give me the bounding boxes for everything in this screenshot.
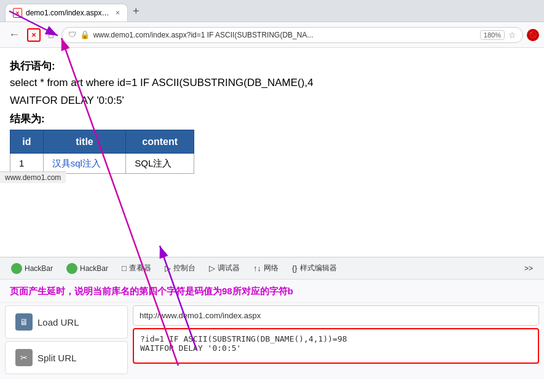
split-url-button[interactable]: ✂ Split URL: [5, 341, 128, 374]
new-tab-button[interactable]: +: [128, 2, 144, 20]
cell-title: 汉具sql注入: [43, 154, 126, 174]
devtools-hackbar1[interactable]: HackBar: [5, 261, 59, 276]
devtools-network-label: 网络: [264, 263, 278, 273]
zoom-level: 180%: [480, 30, 505, 40]
lock-icon: 🔒: [80, 30, 90, 39]
sql-line2: WAITFOR DELAY '0:0:5': [10, 92, 534, 109]
devtools-debugger-label: 调试器: [218, 263, 240, 273]
col-id: id: [10, 130, 44, 154]
tab-title: demo1.com/index.aspx?id=1: [26, 9, 112, 17]
tab-bar: × demo1.com/index.aspx?id=1 × +: [0, 0, 544, 22]
nav-bar: ← × ⌂ 🛡 🔒 www.demo1.com/index.aspx?id=1 …: [0, 22, 544, 48]
network-icon: ↑↓: [253, 264, 261, 273]
devtools-hackbar2-label: HackBar: [80, 264, 108, 273]
devtools-inspector-label: 查看器: [129, 263, 151, 273]
address-text: www.demo1.com/index.aspx?id=1 IF ASCII(S…: [93, 31, 476, 39]
tab-x-icon[interactable]: ×: [116, 9, 120, 17]
devtools-console-label: 控制台: [173, 263, 195, 273]
exec-label: 执行语句:: [10, 58, 534, 74]
hackbar-buttons: 🖥 Load URL ✂ Split URL: [5, 305, 128, 377]
back-button[interactable]: ←: [5, 26, 23, 44]
result-table: id title content 1 汉具sql注入 SQL注入: [10, 130, 194, 174]
status-bar: www.demo1.com: [0, 171, 66, 183]
extension-icon[interactable]: 🚫: [527, 29, 539, 41]
debugger-icon: ▷: [209, 264, 215, 273]
split-url-label: Split URL: [37, 353, 76, 363]
hackbar-inputs: [133, 305, 539, 377]
devtools-more-button[interactable]: >>: [518, 262, 539, 275]
devtools-style-label: 样式编辑器: [300, 263, 337, 273]
col-title: title: [43, 130, 126, 154]
hackbar-logo2: [66, 263, 77, 274]
hackbar-area: 页面产生延时，说明当前库名的第四个字符是码值为98所对应的字符b 🖥 Load …: [0, 279, 544, 379]
home-button[interactable]: ⌂: [44, 27, 58, 43]
hackbar-url-input[interactable]: [133, 305, 539, 326]
hackbar-payload-input[interactable]: [133, 328, 539, 364]
load-url-button[interactable]: 🖥 Load URL: [5, 305, 128, 339]
cell-id: 1: [10, 154, 44, 174]
devtools-hackbar1-label: HackBar: [25, 264, 53, 273]
devtools-hackbar2[interactable]: HackBar: [60, 261, 114, 276]
devtools-inspector[interactable]: □ 查看器: [116, 261, 157, 276]
shield-icon: 🛡: [68, 30, 76, 39]
devtools-network[interactable]: ↑↓ 网络: [247, 261, 285, 276]
hackbar-logo1: [11, 263, 22, 274]
load-url-label: Load URL: [37, 317, 79, 327]
hackbar-notice: 页面产生延时，说明当前库名的第四个字符是码值为98所对应的字符b: [10, 284, 534, 297]
devtools-style-editor[interactable]: {} 样式编辑器: [286, 261, 343, 276]
web-page: 执行语句: select * from art where id=1 IF AS…: [0, 48, 544, 257]
browser-window: × demo1.com/index.aspx?id=1 × + ← × ⌂ 🛡 …: [0, 0, 544, 392]
cell-content: SQL注入: [126, 154, 194, 174]
inspector-icon: □: [122, 264, 127, 273]
sql-line1: select * from art where id=1 IF ASCII(SU…: [10, 74, 534, 91]
address-bar[interactable]: 🛡 🔒 www.demo1.com/index.aspx?id=1 IF ASC…: [61, 27, 523, 43]
browser-tab[interactable]: × demo1.com/index.aspx?id=1 ×: [5, 4, 128, 22]
console-icon: ▷: [165, 264, 171, 273]
devtools-bar: HackBar HackBar □ 查看器 ▷ 控制台 ▷ 调试器 ↑↓ 网络: [0, 257, 544, 279]
split-url-icon: ✂: [15, 349, 33, 366]
col-content: content: [126, 130, 194, 154]
stop-button[interactable]: ×: [27, 28, 41, 42]
table-row: 1 汉具sql注入 SQL注入: [10, 154, 194, 174]
bookmark-icon[interactable]: ☆: [508, 30, 516, 40]
result-label: 结果为:: [10, 111, 534, 127]
page-content: 执行语句: select * from art where id=1 IF AS…: [0, 48, 544, 392]
devtools-console[interactable]: ▷ 控制台: [159, 261, 202, 276]
load-url-icon: 🖥: [15, 313, 33, 331]
tab-close-button[interactable]: ×: [13, 8, 22, 18]
devtools-more-label: >>: [524, 264, 533, 273]
hackbar-notice-area: 页面产生延时，说明当前库名的第四个字符是码值为98所对应的字符b: [0, 280, 544, 303]
hackbar-controls: 🖥 Load URL ✂ Split URL: [0, 303, 544, 379]
devtools-debugger[interactable]: ▷ 调试器: [203, 261, 246, 276]
style-icon: {}: [292, 264, 298, 273]
